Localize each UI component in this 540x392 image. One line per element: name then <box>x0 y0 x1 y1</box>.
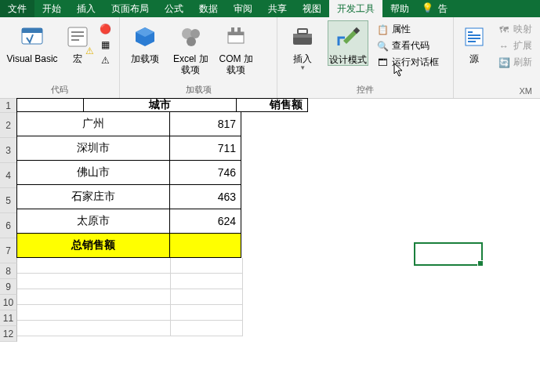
cell-sales[interactable]: 746 <box>169 160 241 185</box>
tab-data[interactable]: 数据 <box>191 0 226 17</box>
relative-ref-button[interactable]: ▦ <box>96 38 114 52</box>
addins-button[interactable]: 加载项 <box>125 20 165 64</box>
visual-basic-button[interactable]: Visual Basic <box>5 20 60 64</box>
tab-share[interactable]: 共享 <box>260 0 295 17</box>
design-mode-icon <box>335 24 361 51</box>
expand-icon: ↔ <box>498 40 510 53</box>
cell-sales[interactable]: 463 <box>169 184 241 209</box>
view-code-label: 查看代码 <box>392 39 429 53</box>
design-mode-button[interactable]: 设计模式 <box>328 20 368 66</box>
com-addins-button[interactable]: COM 加载项 <box>216 20 256 76</box>
table-row <box>17 274 308 289</box>
cell[interactable] <box>171 274 243 289</box>
svg-rect-15 <box>298 29 307 34</box>
cell[interactable] <box>171 289 243 305</box>
expand-label: 扩展 <box>513 39 532 53</box>
cell[interactable] <box>17 258 171 274</box>
warning-icon: ⚠ <box>99 54 111 67</box>
source-button[interactable]: 源 <box>458 20 490 64</box>
svg-rect-3 <box>71 31 84 33</box>
tab-developer[interactable]: 开发工具 <box>329 0 382 17</box>
row-header-3[interactable]: 3 <box>0 138 17 163</box>
row-header-12[interactable]: 12 <box>0 326 17 342</box>
view-code-button[interactable]: 🔍 查看代码 <box>373 38 442 53</box>
cell[interactable] <box>171 258 243 274</box>
table-row: 城市 销售额 <box>17 99 308 112</box>
row-header-4[interactable]: 4 <box>0 163 17 188</box>
excel-addins-button[interactable]: Excel 加载项 <box>170 20 211 76</box>
com-addins-icon <box>223 24 249 50</box>
tab-view[interactable]: 视图 <box>295 0 329 17</box>
cell-sales[interactable]: 817 <box>169 111 241 136</box>
row-header-5[interactable]: 5 <box>0 188 17 213</box>
expansion-button[interactable]: ↔ 扩展 <box>495 38 535 53</box>
header-city[interactable]: 城市 <box>83 98 237 112</box>
cell-sales[interactable]: 624 <box>169 209 241 234</box>
svg-point-8 <box>187 37 196 46</box>
group-controls: 插入 ▼ 设计模式 📋 属性 🔍 查看代码 🗔 <box>277 17 454 98</box>
tab-review[interactable]: 审阅 <box>226 0 260 17</box>
row-header-11[interactable]: 11 <box>0 310 17 326</box>
cell-city[interactable]: 佛山市 <box>16 160 170 185</box>
cell-total-value[interactable] <box>169 233 241 258</box>
row-header-1[interactable]: 1 <box>0 99 17 113</box>
cell-a1[interactable] <box>16 98 84 112</box>
record-macro-button[interactable]: 🔴 <box>96 22 114 36</box>
row-header-6[interactable]: 6 <box>0 213 17 238</box>
group-code: Visual Basic 宏 🔴 ▦ ⚠ 代码 <box>0 17 120 98</box>
cell[interactable] <box>17 274 171 289</box>
map-properties-button[interactable]: 🗺 映射 <box>495 22 535 37</box>
cell-city[interactable]: 石家庄市 <box>16 184 170 209</box>
menu-tabs: 文件 开始 插入 页面布局 公式 数据 审阅 共享 视图 开发工具 帮助 💡 告 <box>0 0 540 17</box>
tab-formula[interactable]: 公式 <box>157 0 191 17</box>
row-headers: 1 2 3 4 5 6 7 8 9 10 11 12 <box>0 99 17 342</box>
tab-file[interactable]: 文件 <box>0 0 34 17</box>
tab-tell-me[interactable]: 告 <box>438 0 455 17</box>
cell[interactable] <box>171 321 243 336</box>
vb-icon <box>19 24 45 50</box>
insert-control-button[interactable]: 插入 ▼ <box>282 20 323 72</box>
cell[interactable] <box>171 305 243 321</box>
tab-help[interactable]: 帮助 <box>382 0 417 17</box>
cell[interactable] <box>17 321 171 336</box>
row-header-7[interactable]: 7 <box>0 238 17 263</box>
tab-insert[interactable]: 插入 <box>69 0 103 17</box>
xml-small-buttons: 🗺 映射 ↔ 扩展 🔄 刷新 <box>495 20 535 70</box>
header-sales[interactable]: 销售额 <box>236 98 308 112</box>
svg-rect-20 <box>468 38 480 39</box>
group-addins: 加载项 Excel 加载项 COM 加载项 加载项 <box>120 17 277 98</box>
cell-city[interactable]: 太原市 <box>16 209 170 234</box>
table-row-total: 总销售额 <box>17 234 308 258</box>
row-header-9[interactable]: 9 <box>0 279 17 295</box>
insert-control-label: 插入 <box>293 53 312 64</box>
group-controls-label: 控件 <box>282 82 448 98</box>
cell-selection[interactable] <box>414 242 483 266</box>
grid[interactable]: 城市 销售额 广州 817 深圳市 711 佛山市 746 石家庄市 463 太… <box>17 99 308 336</box>
row-header-8[interactable]: 8 <box>0 263 17 279</box>
record-icon: 🔴 <box>99 23 111 35</box>
tell-me-icon[interactable]: 💡 <box>417 0 438 17</box>
run-dialog-button[interactable]: 🗔 运行对话框 <box>373 55 442 70</box>
table-row <box>17 258 308 274</box>
group-xml: 源 🗺 映射 ↔ 扩展 🔄 刷新 XM <box>454 17 540 98</box>
svg-rect-19 <box>468 34 480 36</box>
table-row <box>17 321 308 336</box>
cell-city[interactable]: 深圳市 <box>16 136 170 161</box>
cell-city[interactable]: 广州 <box>16 111 170 136</box>
cell[interactable] <box>17 305 171 321</box>
refresh-button[interactable]: 🔄 刷新 <box>495 55 535 70</box>
code-small-buttons: 🔴 ▦ ⚠ <box>96 20 114 67</box>
properties-button[interactable]: 📋 属性 <box>373 22 442 37</box>
cell-sales[interactable]: 711 <box>169 136 241 161</box>
cell-total-label[interactable]: 总销售额 <box>16 233 170 258</box>
dropdown-icon: ▼ <box>299 64 306 72</box>
cell[interactable] <box>17 289 171 305</box>
row-header-2[interactable]: 2 <box>0 113 17 138</box>
row-header-10[interactable]: 10 <box>0 295 17 310</box>
macro-icon <box>64 24 91 50</box>
tab-page-layout[interactable]: 页面布局 <box>103 0 157 17</box>
macro-button[interactable]: 宏 <box>64 20 91 64</box>
view-code-icon: 🔍 <box>376 40 389 53</box>
tab-home[interactable]: 开始 <box>34 0 69 17</box>
macro-security-button[interactable]: ⚠ <box>96 53 114 67</box>
